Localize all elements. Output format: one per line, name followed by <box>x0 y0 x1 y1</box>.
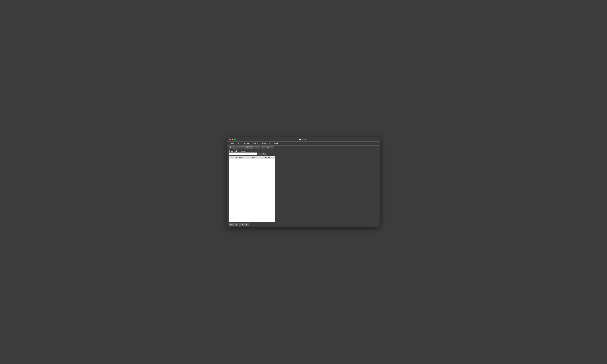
search-button[interactable]: search <box>258 153 266 155</box>
minimize-button[interactable] <box>232 139 234 140</box>
window-title: 📄 H.A.M.L. <box>299 139 308 140</box>
update-button[interactable]: UPDATE <box>239 223 249 226</box>
col-artist-name: Artist Name <box>229 156 246 159</box>
content-area: Songs Album Artists Band Record Label Se… <box>227 146 380 227</box>
delete-button[interactable]: DELETE <box>229 223 238 226</box>
table-header: Artist Name Age Known For <box>229 156 275 159</box>
tab-artists[interactable]: Artists <box>245 146 253 149</box>
menu-search[interactable]: Search <box>243 142 250 145</box>
sub-tabs: Songs Album Artists Band Record Label <box>229 146 378 149</box>
document-icon: 📄 <box>299 139 301 140</box>
maximize-button[interactable] <box>234 139 236 140</box>
artist-search-input[interactable] <box>229 153 257 155</box>
menu-theme[interactable]: Theme <box>273 142 280 145</box>
close-button[interactable] <box>229 139 231 140</box>
search-section: Search Artist by Name search <box>229 150 378 155</box>
results-table: Artist Name Age Known For <box>229 156 275 222</box>
title-bar: 📄 H.A.M.L. <box>227 137 380 142</box>
menu-library[interactable]: Library <box>229 142 236 145</box>
action-buttons: DELETE UPDATE <box>229 223 378 226</box>
menu-add[interactable]: Add <box>237 142 242 145</box>
tab-record-label[interactable]: Record Label <box>261 146 274 149</box>
traffic-lights <box>229 139 236 140</box>
menu-feeling-lucky[interactable]: Feeling Lucky <box>260 142 272 145</box>
tab-songs[interactable]: Songs <box>229 146 236 149</box>
tab-band[interactable]: Band <box>253 146 261 149</box>
menu-bar: Library Add Search Insights Feeling Luck… <box>227 142 380 146</box>
main-window: 📄 H.A.M.L. Library Add Search Insights F… <box>227 137 380 227</box>
title-text: H.A.M.L. <box>302 139 308 140</box>
table-body <box>229 159 275 222</box>
col-known-for: Known For <box>261 156 275 159</box>
search-input-row: search <box>229 153 378 155</box>
menu-insights[interactable]: Insights <box>251 142 259 145</box>
tab-album[interactable]: Album <box>237 146 245 149</box>
col-age: Age <box>246 156 260 159</box>
search-label: Search Artist by Name <box>229 150 378 152</box>
